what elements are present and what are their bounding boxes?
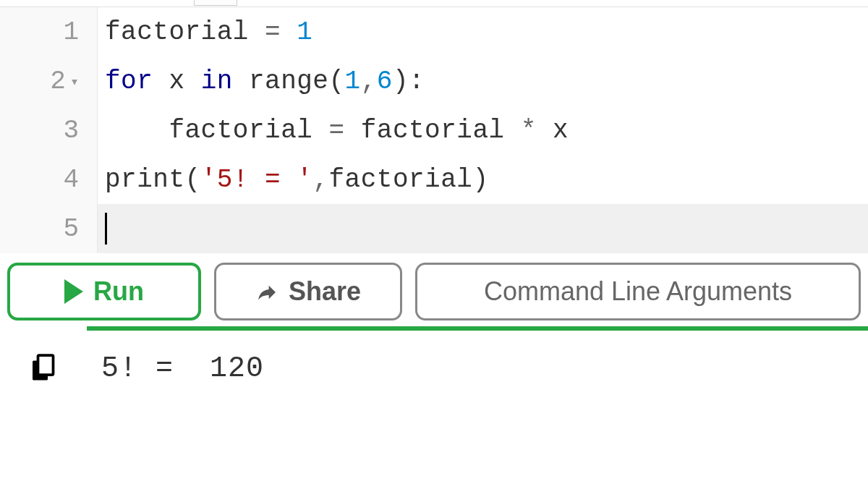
share-icon bbox=[255, 280, 278, 303]
code-content[interactable]: for x in range(1,6): bbox=[98, 67, 425, 96]
command-line-args-button[interactable]: Command Line Arguments bbox=[415, 263, 861, 320]
code-editor[interactable]: 1factorial = 12▾for x in range(1,6):3 fa… bbox=[0, 7, 868, 253]
output-panel: 5! = 120 bbox=[0, 331, 868, 391]
line-number: 2 bbox=[50, 67, 66, 96]
share-label: Share bbox=[289, 276, 361, 307]
output-text: 5! = 120 bbox=[87, 352, 264, 391]
line-number-gutter: 4 bbox=[0, 155, 98, 204]
run-button[interactable]: Run bbox=[7, 263, 201, 320]
run-label: Run bbox=[93, 276, 144, 307]
line-number-gutter: 3 bbox=[0, 106, 98, 155]
line-number: 3 bbox=[63, 116, 79, 145]
code-line[interactable]: 5 bbox=[0, 204, 868, 253]
editor-top-border bbox=[0, 0, 868, 7]
fold-arrow-icon[interactable]: ▾ bbox=[70, 72, 79, 90]
code-content[interactable]: print('5! = ',factorial) bbox=[98, 165, 489, 195]
share-button[interactable]: Share bbox=[214, 263, 402, 320]
tab-stub[interactable] bbox=[194, 0, 237, 6]
line-number-gutter: 2▾ bbox=[0, 56, 98, 106]
code-line[interactable]: 1factorial = 1 bbox=[0, 7, 868, 56]
args-label: Command Line Arguments bbox=[484, 276, 792, 307]
text-cursor bbox=[105, 213, 107, 245]
code-line[interactable]: 4print('5! = ',factorial) bbox=[0, 155, 868, 204]
line-number-gutter: 5 bbox=[0, 204, 98, 253]
copy-icon[interactable] bbox=[30, 354, 56, 391]
line-number: 4 bbox=[63, 165, 79, 195]
code-content[interactable]: factorial = 1 bbox=[98, 17, 312, 47]
code-line[interactable]: 3 factorial = factorial * x bbox=[0, 106, 868, 155]
line-number: 5 bbox=[63, 214, 79, 244]
code-content[interactable] bbox=[98, 213, 107, 245]
output-gutter bbox=[0, 352, 87, 391]
line-number: 1 bbox=[63, 17, 79, 47]
svg-rect-1 bbox=[38, 355, 54, 375]
toolbar: Run Share Command Line Arguments bbox=[0, 257, 868, 326]
code-content[interactable]: factorial = factorial * x bbox=[98, 116, 569, 145]
line-number-gutter: 1 bbox=[0, 7, 98, 56]
code-line[interactable]: 2▾for x in range(1,6): bbox=[0, 56, 868, 106]
play-icon bbox=[64, 279, 83, 304]
